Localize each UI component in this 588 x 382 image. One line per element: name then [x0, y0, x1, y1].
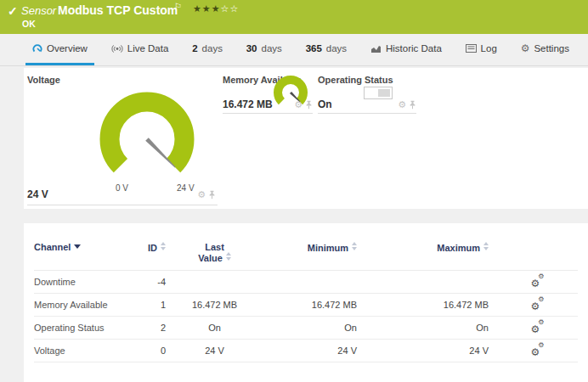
pin-icon[interactable] [409, 100, 416, 110]
sort-icon [352, 242, 357, 250]
switch-knob [378, 89, 390, 97]
priority-stars[interactable]: ★★★☆☆ [193, 3, 239, 14]
gear-icon: ⚙ [521, 43, 530, 53]
channel-name: Downtime [34, 271, 132, 294]
channel-minimum [255, 271, 365, 294]
channel-settings-icon[interactable]: ⚙⚙ [531, 298, 545, 310]
header-maximum[interactable]: Maximum [365, 223, 497, 271]
voltage-scale-min: 0 V [116, 183, 128, 193]
header-last-value[interactable]: LastValue [174, 223, 255, 271]
channel-maximum: 24 V [365, 340, 497, 362]
operating-status-block: Operating Status On ⚙ [318, 71, 416, 114]
stars-empty[interactable]: ☆☆ [221, 3, 240, 14]
header-settings [497, 223, 578, 271]
tab-live-data[interactable]: Live Data [105, 34, 176, 65]
stars-filled[interactable]: ★★★ [193, 3, 221, 14]
object-kind-label: Sensor [21, 4, 56, 17]
memory-gauge-block: Memory Available 16.472 MB ⚙ [223, 71, 313, 114]
sensor-status-header: ✓ Sensor Modbus TCP Custom ⚐ ★★★☆☆ OK [0, 0, 588, 34]
table-row: Voltage 0 24 V 24 V 24 V ⚙⚙ [34, 340, 578, 362]
gauge-icon [32, 43, 42, 53]
sort-icon [483, 242, 489, 250]
live-signal-icon [111, 44, 123, 53]
tab-bar: Overview Live Data 2 days 30 days 365 da… [0, 34, 588, 66]
channel-minimum: 16.472 MB [255, 294, 365, 317]
table-row: Operating Status 2 On On On ⚙⚙ [34, 317, 578, 340]
channel-id: -4 [132, 271, 174, 294]
sensor-title: Modbus TCP Custom [58, 3, 178, 17]
channel-id: 2 [132, 317, 174, 340]
sort-icon [161, 242, 166, 250]
tab-30-days-number: 30 [246, 43, 257, 53]
tab-overview-label: Overview [47, 43, 88, 53]
tab-30-days[interactable]: 30 days [240, 34, 289, 65]
tab-live-data-label: Live Data [127, 43, 169, 53]
tab-30-days-word: days [262, 43, 282, 53]
sensor-status-text: OK [22, 19, 36, 29]
channel-maximum: 16.472 MB [365, 294, 497, 317]
channel-id: 1 [132, 294, 174, 317]
tab-settings-label: Settings [534, 43, 569, 53]
ok-check-icon: ✓ [8, 4, 18, 18]
header-id[interactable]: ID [132, 223, 174, 271]
channel-id: 0 [132, 340, 174, 362]
table-row: Downtime -4 ⚙⚙ [34, 271, 578, 294]
channel-minimum: 24 V [255, 340, 365, 362]
tab-settings[interactable]: ⚙ Settings [514, 34, 576, 65]
gauge-settings-gear-icon[interactable]: ⚙ [398, 100, 406, 110]
tab-historic-data[interactable]: Historic Data [364, 34, 449, 65]
voltage-gauge-title: Voltage [27, 75, 60, 85]
channel-settings-icon[interactable]: ⚙⚙ [531, 344, 545, 356]
gauge-settings-gear-icon[interactable]: ⚙ [294, 100, 302, 110]
tab-2-days-number: 2 [192, 43, 197, 53]
channel-last-value: 16.472 MB [174, 294, 255, 317]
header-minimum[interactable]: Minimum [255, 223, 365, 271]
priority-flag-icon[interactable]: ⚐ [174, 2, 182, 11]
tab-log-label: Log [481, 43, 497, 53]
channel-last-value [174, 271, 255, 294]
voltage-gauge-needle [145, 138, 175, 167]
channel-name: Operating Status [34, 317, 132, 340]
channels-table: Channel ID LastValue Minimum Maximum Dow… [34, 223, 578, 362]
operating-status-switch [364, 87, 393, 99]
channel-settings-icon[interactable]: ⚙⚙ [531, 321, 545, 333]
channel-minimum: On [255, 317, 365, 340]
channel-name: Memory Available [34, 294, 132, 317]
pin-icon[interactable] [208, 190, 216, 199]
sort-desc-icon [74, 244, 81, 249]
tab-overview[interactable]: Overview [25, 34, 94, 65]
channels-panel: Channel ID LastValue Minimum Maximum Dow… [24, 223, 588, 382]
channel-maximum: On [365, 317, 497, 340]
tab-historic-data-label: Historic Data [386, 43, 442, 53]
bar-chart-icon [370, 44, 382, 53]
table-header-row: Channel ID LastValue Minimum Maximum [34, 223, 578, 271]
voltage-scale-max: 24 V [177, 183, 195, 193]
channel-maximum [365, 271, 497, 294]
channel-name: Voltage [34, 340, 132, 362]
gauges-panel: Voltage 0 V 24 V 24 V ⚙ Memory Available… [24, 68, 588, 209]
tab-365-days-number: 365 [306, 43, 322, 53]
table-row: Memory Available 1 16.472 MB 16.472 MB 1… [34, 294, 578, 317]
log-list-icon [466, 44, 477, 53]
voltage-gauge-block: Voltage 0 V 24 V 24 V ⚙ [27, 71, 218, 205]
memory-current-value: 16.472 MB [223, 98, 273, 110]
voltage-gauge [94, 85, 200, 190]
sort-icon [226, 252, 231, 261]
header-channel[interactable]: Channel [34, 223, 132, 271]
tab-365-days-word: days [326, 43, 347, 53]
operating-status-title: Operating Status [318, 75, 393, 85]
channel-last-value: 24 V [174, 340, 255, 362]
operating-status-value: On [318, 98, 332, 110]
gauge-settings-gear-icon[interactable]: ⚙ [197, 190, 206, 199]
voltage-current-value: 24 V [27, 188, 48, 200]
pin-icon[interactable] [305, 100, 313, 110]
channel-last-value: On [174, 317, 255, 340]
tab-2-days-word: days [202, 43, 223, 53]
tab-2-days[interactable]: 2 days [185, 34, 229, 65]
tab-365-days[interactable]: 365 days [299, 34, 353, 65]
channel-settings-icon[interactable]: ⚙⚙ [531, 275, 545, 287]
tab-log[interactable]: Log [459, 34, 504, 65]
